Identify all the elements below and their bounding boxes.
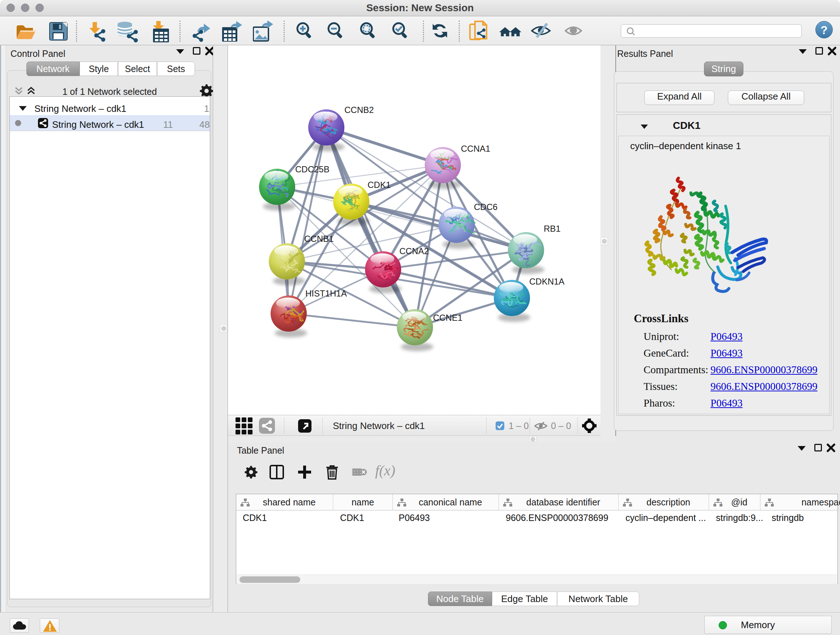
svg-text:CCNA1: CCNA1 [461,144,490,154]
svg-text:CCNB2: CCNB2 [344,105,374,115]
svg-text:RB1: RB1 [544,224,561,233]
svg-text:HIST1H1A: HIST1H1A [305,288,347,298]
svg-text:CCNB1: CCNB1 [304,234,333,244]
svg-text:CDC25B: CDC25B [295,165,330,174]
svg-text:CDC6: CDC6 [474,202,497,212]
svg-text:CCNA2: CCNA2 [399,246,429,256]
svg-text:CDKN1A: CDKN1A [529,277,564,287]
svg-text:CDK1: CDK1 [368,180,391,190]
svg-text:CCNE1: CCNE1 [433,313,462,323]
